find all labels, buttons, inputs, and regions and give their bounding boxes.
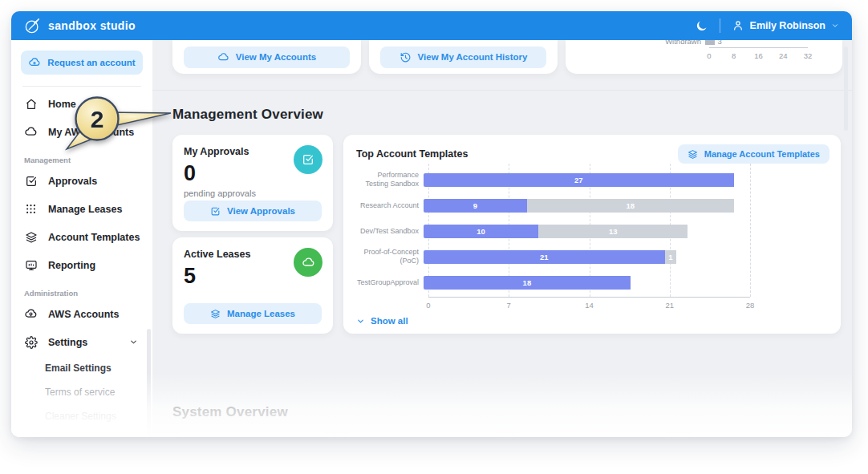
view-my-accounts-button[interactable]: View My Accounts [184, 47, 350, 68]
sidebar-subitem-advanced-settings[interactable]: Advanced Settings [11, 428, 152, 437]
sidebar-item-settings[interactable]: Settings [11, 328, 152, 356]
cloud-lock-icon [24, 307, 38, 321]
gear-icon [24, 335, 38, 349]
user-icon [732, 19, 744, 32]
x-tick-label: 28 [746, 301, 755, 310]
chart-bar: 1013 [424, 225, 688, 238]
dark-mode-toggle[interactable] [695, 19, 708, 33]
mini-chart-row: Withdrawn3 [660, 40, 837, 47]
chart-bars: Performance Testing Sandbox27Research Ac… [356, 167, 757, 295]
sidebar: Request an account Home My AWS accounts … [11, 40, 152, 437]
chart-category-label: Proof-of-Concept (PoC) [356, 248, 424, 265]
mini-chart-value: 3 [718, 40, 722, 46]
x-tick-label: 0 [426, 301, 430, 310]
check-square-icon [294, 145, 322, 174]
management-overview-grid: My Approvals 0 pending approvals View Ap… [172, 135, 852, 334]
mini-chart-x-axis: 08162432 [709, 47, 808, 60]
sidebar-item-aws-accounts[interactable]: AWS Accounts [11, 300, 152, 328]
mini-chart-category-label: Withdrawn [660, 40, 705, 46]
chart-bar-row: Proof-of-Concept (PoC)211 [356, 244, 757, 269]
chart-bar-row: Research Account918 [356, 192, 757, 218]
view-my-account-history-button[interactable]: View My Account History [380, 47, 546, 68]
bar-segment-secondary: 13 [538, 225, 688, 238]
page: sandbox studio [0, 0, 868, 474]
sidebar-item-manage-leases[interactable]: Manage Leases [11, 195, 152, 223]
active-leases-card: Active Leases 5 Manage Leases [172, 237, 333, 334]
page-scrollbar[interactable] [844, 47, 848, 131]
chart-category-label: Performance Testing Sandbox [356, 171, 424, 188]
main-content: View My Accounts View My Account History… [152, 40, 852, 437]
chart-category-label: Research Account [356, 201, 424, 210]
sidebar-item-home[interactable]: Home [11, 90, 152, 118]
sidebar-item-my-aws-accounts[interactable]: My AWS accounts [11, 118, 152, 146]
x-tick-label: 21 [665, 301, 674, 310]
bar-segment-secondary: 18 [527, 199, 734, 213]
bar-segment-primary: 10 [424, 225, 538, 238]
cloud-spend-card: Estimated Total Cloud Spend $26,717 $ [343, 432, 501, 437]
request-account-button[interactable]: Request an account [21, 51, 143, 75]
bar-segment-primary: 21 [424, 250, 665, 264]
x-tick-label: 7 [507, 301, 511, 310]
sidebar-item-reporting[interactable]: Reporting [11, 251, 152, 279]
cloud-plus-icon [28, 56, 41, 69]
chart-category-label: Dev/Test Sandbox [356, 227, 424, 236]
x-tick-label: 8 [732, 51, 736, 60]
chart-bar: 27 [424, 173, 734, 187]
app-window: sandbox studio [11, 11, 852, 437]
sidebar-subitem-cleaner-settings[interactable]: Cleaner Settings [11, 404, 152, 428]
chart-title: Top Account Templates [356, 148, 468, 160]
card-subtitle: pending approvals [184, 188, 322, 198]
system-overview-heading: System Overview [172, 404, 852, 420]
sidebar-section-management: Management [11, 146, 152, 167]
x-tick-label: 32 [804, 51, 813, 60]
view-approvals-button[interactable]: View Approvals [184, 201, 322, 221]
home-icon [24, 97, 38, 111]
manage-account-templates-button[interactable]: Manage Account Templates [678, 144, 829, 164]
bar-segment-secondary: 1 [665, 250, 676, 264]
request-account-label: Request an account [47, 58, 135, 67]
account-templates-card: Account Templates 16 [514, 432, 672, 437]
x-tick-label: 24 [779, 51, 788, 60]
sidebar-item-approvals[interactable]: Approvals [11, 167, 152, 195]
system-overview-row: Total Leases 111 Estimated Total Cloud S… [172, 432, 852, 437]
chart-bar: 918 [424, 199, 734, 213]
grid-dots-icon [24, 202, 38, 216]
chart-bar: 211 [424, 250, 676, 264]
withdrawn-chart-card: Withdrawn308162432 [566, 40, 842, 74]
x-tick-label: 0 [707, 51, 711, 60]
sidebar-item-account-templates[interactable]: Account Templates [11, 223, 152, 251]
app-title: sandbox studio [48, 19, 136, 32]
topbar-divider [720, 18, 720, 33]
account-history-card: View My Account History [369, 40, 558, 74]
user-menu[interactable]: Emily Robinson [732, 19, 839, 32]
app-logo-icon [24, 18, 41, 34]
monitor-chart-icon [24, 258, 38, 272]
show-all-button[interactable]: Show all [356, 316, 408, 326]
check-square-icon [24, 174, 38, 188]
my-accounts-card: View My Accounts [172, 40, 361, 74]
manage-leases-button[interactable]: Manage Leases [184, 303, 322, 324]
brand: sandbox studio [24, 18, 136, 34]
sidebar-subitem-terms-of-service[interactable]: Terms of service [11, 380, 152, 404]
total-leases-card: Total Leases 111 [172, 432, 331, 437]
user-name: Emily Robinson [750, 20, 825, 31]
chevron-down-icon [356, 317, 365, 326]
layers-icon [688, 149, 698, 160]
chart-bar: 18 [424, 276, 631, 290]
check-square-icon [210, 206, 221, 217]
chevron-down-icon [831, 22, 839, 30]
sidebar-divider [22, 86, 141, 87]
sidebar-subitem-email-settings[interactable]: Email Settings [11, 356, 152, 380]
sidebar-section-administration: Administration [11, 279, 152, 300]
history-icon [400, 51, 412, 63]
layers-icon [24, 230, 38, 244]
cloud-icon [294, 248, 322, 277]
chart-bar-row: Dev/Test Sandbox1013 [356, 218, 757, 244]
management-overview-heading: Management Overview [172, 107, 852, 123]
layers-icon [210, 309, 221, 319]
sidebar-scrollbar[interactable] [147, 329, 151, 437]
bar-segment-primary: 18 [424, 276, 631, 290]
cloud-icon [217, 51, 229, 63]
chart-bar-row: Performance Testing Sandbox27 [356, 167, 757, 192]
chart-x-axis: 07142128 [428, 297, 750, 298]
